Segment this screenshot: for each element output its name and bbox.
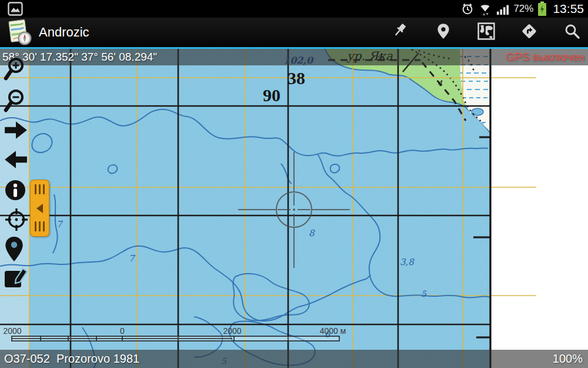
sidebar-handle[interactable] <box>30 180 49 237</box>
zoom-out-button[interactable] <box>4 88 28 115</box>
signal-icon <box>496 2 509 16</box>
battery-percent: 72% <box>513 3 533 15</box>
gps-status-text: GPS выключен <box>506 51 584 64</box>
maps-icon <box>477 22 495 40</box>
info-button[interactable] <box>4 178 28 205</box>
scale-label: 0 <box>120 326 125 336</box>
place-button[interactable] <box>4 236 28 263</box>
pushpin-button[interactable] <box>392 22 409 40</box>
marsh-depth-label: 4 <box>437 79 443 88</box>
arrow-left-icon <box>4 149 28 170</box>
app-title[interactable]: Androzic <box>39 25 89 40</box>
zoom-level-text: 100% <box>553 352 583 366</box>
depth-label: 5 <box>421 289 427 299</box>
map-info-bar: O37-052 Prozorovo 1981 100% <box>0 350 588 368</box>
grid-number-90: 90 <box>263 85 280 105</box>
map-image: 90 38 102,0 ур. Яка 4 4 7 7 8 3,8 5 5 6 … <box>0 48 588 368</box>
search-button[interactable] <box>563 22 581 40</box>
depth-label: 8 <box>309 228 315 238</box>
locate-button[interactable] <box>4 206 28 233</box>
scale-label: 2000 <box>223 326 241 336</box>
collapse-triangle-icon <box>36 204 43 213</box>
wifi-icon <box>478 2 492 16</box>
scale-label: 4000 м <box>320 326 346 336</box>
placemark-button[interactable] <box>435 22 452 40</box>
handle-grip-bottom <box>30 221 49 231</box>
system-status-bar: 72% 13:55 <box>0 0 588 18</box>
edit-button[interactable] <box>4 264 28 291</box>
androzic-app: 90 38 102,0 ур. Яка 4 4 7 7 8 3,8 5 5 6 … <box>0 0 588 368</box>
placemark-icon <box>437 23 450 39</box>
maps-button[interactable] <box>477 22 495 40</box>
search-icon <box>564 23 580 39</box>
zoom-in-button[interactable] <box>4 57 28 84</box>
zoom-in-icon <box>4 57 28 84</box>
actionbar-accent-line <box>0 47 588 49</box>
alarm-icon <box>461 2 474 16</box>
clock-text: 13:55 <box>553 2 584 16</box>
position-bar: 58° 30' 17.352" 37° 56' 08.294" GPS выкл… <box>0 49 588 65</box>
map-canvas[interactable]: 90 38 102,0 ур. Яка 4 4 7 7 8 3,8 5 5 6 … <box>0 48 588 368</box>
next-map-button[interactable] <box>4 120 28 147</box>
zoom-out-icon <box>4 88 28 115</box>
edit-icon <box>4 264 28 291</box>
map-name-text: O37-052 Prozorovo 1981 <box>4 352 139 366</box>
navigation-button[interactable] <box>520 22 538 40</box>
info-icon <box>4 178 27 202</box>
arrow-right-icon <box>4 120 28 141</box>
battery-icon <box>537 1 547 16</box>
handle-grip-top <box>30 184 49 194</box>
depth-label: 3,8 <box>400 257 415 267</box>
scale-label: 2000 <box>3 326 21 336</box>
target-icon <box>4 206 29 233</box>
previous-map-button[interactable] <box>4 149 28 176</box>
grid-number-38: 38 <box>288 68 305 88</box>
navigation-icon <box>521 23 537 39</box>
placemark-icon <box>4 236 25 263</box>
pushpin-icon <box>392 23 409 39</box>
app-icon[interactable] <box>6 19 33 47</box>
gallery-notification-icon <box>8 2 23 16</box>
